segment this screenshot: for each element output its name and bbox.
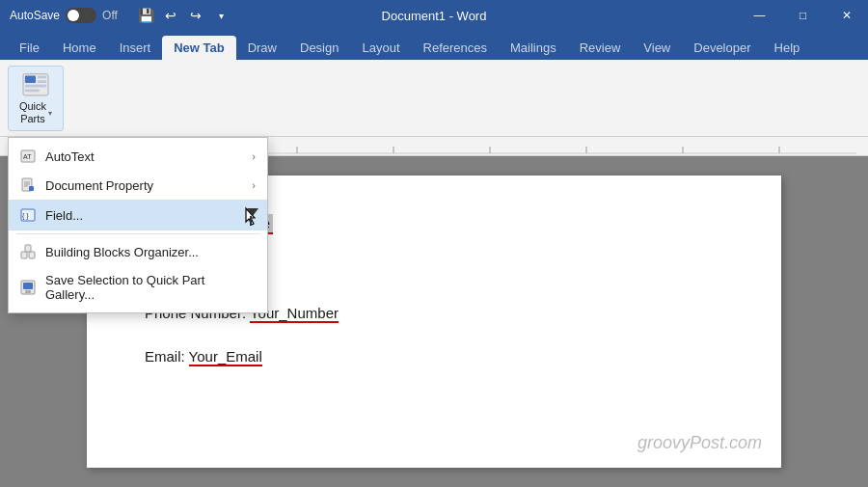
field-label: Field...	[45, 208, 231, 223]
tab-draw[interactable]: Draw	[236, 36, 288, 60]
autotext-icon: AT	[20, 149, 36, 164]
redo-icon[interactable]: ↪	[185, 5, 206, 26]
svg-rect-19	[23, 283, 33, 289]
app-window: AutoSave Off 💾 ↩ ↪ ▾ Document1 - Word — …	[0, 0, 868, 487]
menu-separator-1	[16, 233, 259, 234]
quick-parts-icon	[20, 70, 51, 99]
tab-mailings[interactable]: Mailings	[499, 36, 568, 60]
doc-line-email: Email: Your_Email	[145, 348, 723, 365]
menu-item-autotext[interactable]: AT AutoText ›	[9, 142, 267, 171]
email-field-value[interactable]: Your_Email	[189, 348, 262, 366]
tab-references[interactable]: References	[412, 36, 499, 60]
menu-item-save-selection[interactable]: Save Selection to Quick Part Gallery...	[9, 266, 267, 309]
menu-item-field[interactable]: { } Field...	[9, 200, 267, 230]
tab-insert[interactable]: Insert	[108, 36, 163, 60]
building-blocks-label: Building Blocks Organizer...	[45, 245, 256, 259]
document-property-label: Document Property	[45, 178, 242, 193]
mouse-cursor	[244, 206, 256, 224]
minimize-button[interactable]: —	[738, 0, 781, 31]
svg-rect-4	[25, 84, 46, 87]
quick-parts-dropdown: AT AutoText › Document Property › { } Fi…	[8, 137, 268, 313]
quick-access-toolbar: 💾 ↩ ↪ ▾	[135, 5, 231, 26]
svg-rect-2	[38, 75, 46, 78]
svg-rect-20	[25, 290, 31, 293]
tab-design[interactable]: Design	[288, 36, 350, 60]
autosave-label: AutoSave	[10, 9, 60, 22]
document-property-icon	[20, 177, 36, 193]
quick-parts-dropdown-arrow: ▾	[48, 109, 52, 118]
tab-home[interactable]: Home	[51, 36, 108, 60]
save-selection-icon	[20, 280, 36, 295]
quick-parts-button[interactable]: QuickParts ▾	[8, 66, 64, 131]
title-bar: AutoSave Off 💾 ↩ ↪ ▾ Document1 - Word — …	[0, 0, 868, 31]
svg-rect-15	[21, 252, 27, 258]
watermark: groovyPost.com	[637, 433, 762, 453]
autosave-state: Off	[102, 9, 118, 22]
autosave-knob	[68, 10, 79, 21]
svg-rect-3	[38, 80, 46, 83]
document-property-submenu-arrow: ›	[252, 179, 256, 191]
ribbon-content: QuickParts ▾ AT AutoText › Document Prop…	[0, 60, 868, 137]
svg-text:{ }: { }	[22, 212, 29, 220]
menu-item-document-property[interactable]: Document Property ›	[9, 171, 267, 200]
tab-file[interactable]: File	[8, 36, 51, 60]
tab-layout[interactable]: Layout	[350, 36, 411, 60]
building-blocks-icon	[20, 244, 36, 259]
save-icon[interactable]: 💾	[135, 5, 156, 26]
customize-quick-access-icon[interactable]: ▾	[210, 5, 231, 26]
svg-text:AT: AT	[23, 153, 32, 160]
autotext-submenu-arrow: ›	[252, 150, 256, 162]
tab-new-tab[interactable]: New Tab	[162, 36, 236, 60]
window-controls: — □ ✕	[738, 0, 868, 31]
svg-rect-5	[25, 89, 40, 92]
quick-parts-label: QuickParts	[19, 100, 46, 125]
svg-rect-16	[29, 252, 35, 258]
close-button[interactable]: ✕	[825, 0, 868, 31]
tab-developer[interactable]: Developer	[682, 36, 762, 60]
menu-item-building-blocks[interactable]: Building Blocks Organizer...	[9, 237, 267, 266]
save-selection-label: Save Selection to Quick Part Gallery...	[45, 273, 256, 302]
tab-view[interactable]: View	[632, 36, 682, 60]
window-title: Document1 - Word	[382, 9, 487, 23]
autosave-toggle[interactable]	[66, 8, 96, 23]
svg-rect-1	[25, 75, 36, 82]
svg-rect-17	[25, 245, 31, 252]
tab-help[interactable]: Help	[763, 36, 812, 60]
svg-rect-12	[29, 186, 34, 191]
undo-icon[interactable]: ↩	[160, 5, 181, 26]
autosave-area: AutoSave Off	[10, 8, 118, 23]
tab-review[interactable]: Review	[568, 36, 633, 60]
autotext-label: AutoText	[45, 149, 242, 164]
ribbon-tabs: File Home Insert New Tab Draw Design Lay…	[0, 31, 868, 60]
email-label: Email:	[145, 348, 189, 365]
restore-button[interactable]: □	[781, 0, 825, 31]
field-icon: { }	[20, 207, 36, 223]
